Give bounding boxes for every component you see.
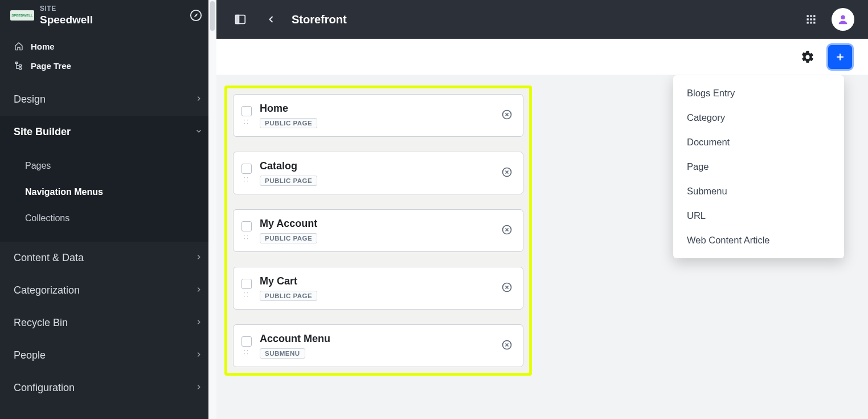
svg-rect-14: [807, 22, 809, 23]
menu-item-card[interactable]: ···· Account Menu SUBMENU: [233, 324, 523, 367]
svg-rect-11: [807, 18, 809, 20]
user-avatar[interactable]: [832, 8, 854, 31]
svg-rect-3: [19, 65, 22, 67]
drag-dots-icon: ····: [244, 234, 249, 241]
select-checkbox[interactable]: [241, 106, 252, 116]
menu-item-card[interactable]: ···· My Cart PUBLIC PAGE: [233, 267, 523, 310]
remove-item-button[interactable]: [501, 339, 513, 353]
menu-item-type-badge: PUBLIC PAGE: [260, 176, 317, 186]
select-checkbox[interactable]: [241, 336, 252, 347]
drag-handle[interactable]: ····: [241, 221, 252, 241]
toolbar: [216, 39, 868, 75]
drag-dots-icon: ····: [244, 176, 249, 183]
sidebar-section-label: Site Builder: [14, 126, 71, 138]
menu-item-title: Account Menu: [260, 333, 493, 345]
svg-rect-15: [810, 22, 812, 23]
site-logo: SPEEDWELL: [10, 10, 34, 21]
sidebar-item-navigation-menus[interactable]: Navigation Menus: [0, 179, 216, 205]
menu-item-card[interactable]: ···· Home PUBLIC PAGE: [233, 94, 523, 137]
drag-dots-icon: ····: [244, 349, 249, 356]
close-circle-icon: [501, 224, 513, 235]
chevron-down-icon: [195, 126, 203, 138]
svg-rect-12: [810, 18, 812, 20]
back-button[interactable]: [261, 9, 281, 30]
svg-rect-2: [15, 62, 18, 64]
menu-item-card[interactable]: ···· Catalog PUBLIC PAGE: [233, 152, 523, 194]
svg-rect-8: [807, 15, 809, 17]
dropdown-item-blogs-entry[interactable]: Blogs Entry: [673, 81, 844, 105]
svg-rect-10: [813, 15, 815, 17]
drag-handle[interactable]: ····: [241, 164, 252, 183]
svg-rect-9: [810, 15, 812, 17]
sidebar-header: SPEEDWELL SITE Speedwell: [0, 0, 216, 34]
home-icon: [14, 41, 24, 51]
close-circle-icon: [501, 282, 513, 293]
sidebar-section-label: People: [14, 349, 46, 361]
dropdown-item-category[interactable]: Category: [673, 105, 844, 130]
remove-item-button[interactable]: [501, 166, 513, 180]
sidebar-section-recycle-bin[interactable]: Recycle Bin: [0, 307, 216, 339]
sidebar-section-label: Recycle Bin: [14, 317, 68, 329]
menu-item-type-badge: PUBLIC PAGE: [260, 291, 317, 301]
page-title: Storefront: [292, 13, 347, 26]
sidebar-section-configuration[interactable]: Configuration: [0, 372, 216, 404]
drag-handle[interactable]: ····: [241, 336, 252, 356]
chevron-right-icon: [195, 252, 203, 264]
tree-icon: [14, 60, 24, 71]
drag-dots-icon: ····: [244, 291, 249, 298]
sidebar-quick-label: Home: [31, 42, 55, 51]
toggle-sidebar-button[interactable]: [230, 9, 251, 30]
dropdown-item-url[interactable]: URL: [673, 204, 844, 228]
svg-rect-7: [236, 15, 239, 24]
svg-rect-13: [813, 18, 815, 20]
menu-item-title: My Cart: [260, 275, 493, 287]
plus-icon: [834, 51, 846, 63]
sidebar-quick-page-tree[interactable]: Page Tree: [7, 56, 210, 75]
content-area: ···· Home PUBLIC PAGE ···· Catalog: [216, 75, 868, 419]
sidebar-item-collections[interactable]: Collections: [0, 205, 216, 231]
select-checkbox[interactable]: [241, 221, 252, 231]
remove-item-button[interactable]: [501, 224, 513, 238]
select-checkbox[interactable]: [241, 164, 252, 174]
remove-item-button[interactable]: [501, 282, 513, 295]
drag-handle[interactable]: ····: [241, 279, 252, 298]
menu-item-list: ···· Home PUBLIC PAGE ···· Catalog: [224, 86, 532, 376]
sidebar-section-categorization[interactable]: Categorization: [0, 274, 216, 307]
sidebar-section-label: Design: [14, 93, 46, 105]
chevron-right-icon: [195, 284, 203, 296]
sidebar-subnav-site-builder: Pages Navigation Menus Collections: [0, 148, 216, 242]
menu-item-type-badge: PUBLIC PAGE: [260, 233, 317, 243]
scrollbar-thumb[interactable]: [210, 1, 215, 31]
panel-icon: [234, 13, 247, 26]
sidebar-quick-home[interactable]: Home: [7, 36, 210, 56]
sidebar-section-people[interactable]: People: [0, 339, 216, 372]
add-button[interactable]: [828, 45, 852, 69]
dropdown-item-document[interactable]: Document: [673, 130, 844, 154]
select-checkbox[interactable]: [241, 279, 252, 289]
sidebar-section-content-data[interactable]: Content & Data: [0, 242, 216, 274]
sidebar-section-label: Configuration: [14, 382, 75, 394]
apps-button[interactable]: [801, 9, 821, 30]
sidebar-section-design[interactable]: Design: [0, 83, 216, 116]
drag-handle[interactable]: ····: [241, 106, 252, 125]
dropdown-item-submenu[interactable]: Submenu: [673, 179, 844, 204]
chevron-right-icon: [195, 349, 203, 361]
chevron-right-icon: [195, 382, 203, 394]
svg-rect-4: [19, 68, 22, 70]
sidebar-section-site-builder[interactable]: Site Builder: [0, 116, 216, 148]
dropdown-item-web-content-article[interactable]: Web Content Article: [673, 228, 844, 253]
remove-item-button[interactable]: [501, 109, 513, 123]
sidebar-item-pages[interactable]: Pages: [0, 153, 216, 179]
compass-button[interactable]: [187, 6, 205, 25]
sidebar-scrollbar[interactable]: [208, 0, 216, 419]
close-circle-icon: [501, 339, 513, 351]
site-name: Speedwell: [40, 14, 93, 26]
chevron-right-icon: [195, 93, 203, 105]
gear-icon: [801, 50, 814, 64]
sidebar-quick-label: Page Tree: [31, 61, 71, 71]
menu-item-card[interactable]: ···· My Account PUBLIC PAGE: [233, 209, 523, 252]
dropdown-item-page[interactable]: Page: [673, 154, 844, 179]
svg-rect-16: [813, 22, 815, 23]
svg-marker-1: [194, 13, 198, 17]
settings-button[interactable]: [797, 47, 818, 67]
